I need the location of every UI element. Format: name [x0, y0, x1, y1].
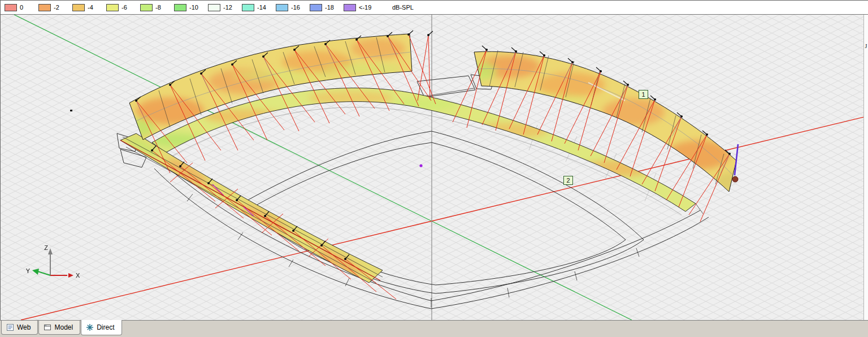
- model-icon: [44, 323, 51, 331]
- listener-point: [419, 164, 422, 167]
- legend-swatch: [208, 4, 220, 11]
- tab-label: Model: [54, 323, 73, 331]
- right-edge-mark: J: [864, 43, 868, 49]
- legend-label: -8: [155, 4, 161, 11]
- tabs-container: WebModelDirect: [0, 321, 868, 335]
- legend-label: -16: [291, 4, 300, 11]
- right-edge-gutter: [863, 15, 868, 320]
- legend-entry: -14: [242, 1, 276, 14]
- view-tab-bar: WebModelDirect: [0, 320, 868, 337]
- stray-point: [70, 110, 72, 111]
- legend-label: -6: [121, 4, 127, 11]
- legend-swatch: [106, 4, 119, 11]
- legend-entry: -10: [174, 1, 208, 14]
- legend-swatch: [72, 4, 85, 11]
- legend-entry: <-19: [344, 1, 377, 14]
- legend-label: <-19: [359, 4, 371, 11]
- z-axis-label: Z: [44, 244, 48, 251]
- legend-label: -18: [325, 4, 334, 11]
- hatch-background: [1, 15, 868, 320]
- legend-entry: -2: [38, 1, 72, 14]
- spl-legend: 0-2-4-6-8-10-12-14-16-18<-19 dB-SPL: [0, 0, 868, 15]
- web-icon: [6, 323, 14, 331]
- legend-entry: -6: [106, 1, 140, 14]
- legend-entry: 0: [5, 1, 38, 14]
- tab-web[interactable]: Web: [1, 321, 38, 335]
- scene-canvas: Z X Y: [1, 15, 868, 320]
- legend-label: 0: [20, 4, 23, 11]
- legend-swatch: [174, 4, 186, 11]
- legend-swatch: [5, 4, 17, 11]
- viewport-3d[interactable]: Z X Y 1 2 J: [0, 15, 868, 320]
- tab-label: Direct: [97, 323, 114, 331]
- legend-swatch: [276, 4, 288, 11]
- legend-swatch: [38, 4, 51, 11]
- direct-icon: [86, 323, 94, 331]
- tab-direct[interactable]: Direct: [81, 320, 121, 335]
- x-axis-label: X: [76, 272, 80, 279]
- legend-entry: -16: [276, 1, 310, 14]
- legend-entry: -8: [140, 1, 174, 14]
- legend-label: -14: [257, 4, 266, 11]
- legend-entry: -18: [310, 1, 344, 14]
- legend-swatch: [310, 4, 322, 11]
- legend-items: 0-2-4-6-8-10-12-14-16-18<-19: [5, 1, 377, 14]
- tab-model[interactable]: Model: [38, 321, 80, 335]
- legend-label: -12: [223, 4, 232, 11]
- legend-label: -2: [54, 4, 59, 11]
- y-axis-label: Y: [26, 267, 31, 274]
- legend-swatch: [140, 4, 153, 11]
- legend-unit-label: dB-SPL: [392, 4, 414, 11]
- legend-swatch: [242, 4, 254, 11]
- tab-label: Web: [17, 323, 31, 331]
- speaker-group-marker-1[interactable]: 1: [639, 90, 648, 99]
- app-window: 0-2-4-6-8-10-12-14-16-18<-19 dB-SPL: [0, 0, 868, 337]
- legend-entry: -4: [72, 1, 106, 14]
- legend-label: -4: [88, 4, 93, 11]
- legend-label: -10: [189, 4, 198, 11]
- legend-swatch: [344, 4, 356, 11]
- legend-entry: -12: [208, 1, 242, 14]
- speaker-group-marker-2[interactable]: 2: [563, 176, 573, 185]
